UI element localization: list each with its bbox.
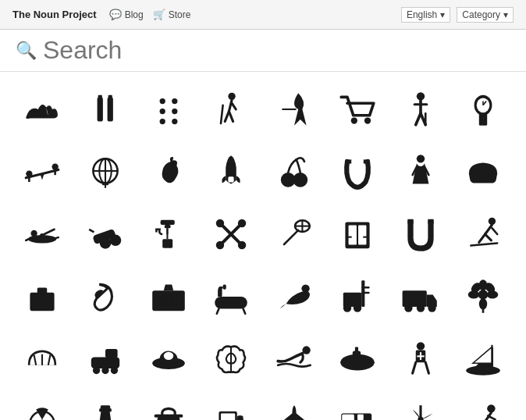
icon-parking-meter[interactable]	[453, 80, 513, 139]
language-dropdown[interactable]: English ▾	[401, 7, 450, 23]
svg-point-92	[176, 293, 180, 297]
category-dropdown[interactable]: Category ▾	[457, 7, 514, 23]
icon-shopping-cart[interactable]	[328, 80, 387, 139]
svg-line-13	[229, 112, 233, 122]
icon-flying-saucer[interactable]	[139, 329, 198, 389]
icon-scissors-cross[interactable]	[201, 205, 261, 264]
svg-line-58	[89, 230, 94, 233]
icon-sailboat[interactable]	[453, 329, 513, 389]
svg-rect-78	[363, 237, 368, 238]
svg-point-127	[163, 352, 172, 360]
icon-horseshoe[interactable]	[328, 142, 387, 201]
icon-medic-person[interactable]	[391, 329, 450, 389]
blog-icon: 💬	[109, 9, 122, 20]
icon-chili-pepper[interactable]	[139, 142, 198, 201]
icon-locker[interactable]	[328, 205, 387, 264]
search-input[interactable]	[43, 36, 510, 65]
svg-point-32	[26, 170, 32, 176]
svg-point-50	[30, 230, 37, 237]
svg-point-57	[99, 237, 111, 249]
store-link[interactable]: 🛒 Store	[153, 9, 191, 20]
icon-camera[interactable]	[139, 267, 198, 326]
icon-truck[interactable]	[391, 267, 450, 326]
icon-faucet-glass[interactable]	[139, 205, 198, 264]
icon-submarine[interactable]	[328, 329, 387, 389]
svg-rect-132	[355, 347, 358, 351]
svg-rect-87	[30, 293, 54, 311]
icon-swimmer[interactable]	[265, 329, 324, 389]
right-controls: English ▾ Category ▾	[401, 7, 514, 23]
svg-point-18	[364, 117, 371, 123]
search-bar: 🔍	[0, 30, 526, 72]
svg-point-104	[354, 304, 361, 311]
svg-line-70	[284, 230, 298, 244]
icon-cannon[interactable]	[76, 205, 135, 264]
svg-point-67	[238, 219, 246, 227]
svg-point-123	[101, 367, 108, 374]
store-icon: 🛒	[153, 9, 165, 20]
icon-caravan[interactable]	[328, 392, 387, 420]
svg-point-27	[477, 98, 490, 112]
icon-airplane-top[interactable]	[265, 392, 324, 420]
category-arrow: ▾	[503, 9, 508, 20]
icon-dots-grid[interactable]	[139, 80, 198, 139]
icon-radioactive[interactable]	[12, 392, 72, 420]
svg-line-84	[485, 234, 492, 240]
svg-point-66	[216, 219, 224, 227]
icon-archery[interactable]	[265, 80, 324, 139]
icon-lighthouse[interactable]	[76, 392, 135, 420]
icon-brain[interactable]	[201, 329, 261, 389]
svg-rect-0	[97, 97, 102, 121]
icon-bottles[interactable]	[76, 80, 135, 139]
svg-point-109	[478, 290, 488, 299]
icon-weight[interactable]	[12, 267, 72, 326]
category-label: Category	[462, 9, 500, 20]
svg-rect-131	[353, 351, 361, 363]
svg-rect-62	[162, 239, 172, 247]
icon-roller-skate[interactable]	[76, 329, 135, 389]
icon-person-dress[interactable]	[391, 142, 450, 201]
icon-rocket[interactable]	[201, 142, 261, 201]
icon-windmill[interactable]	[391, 392, 450, 420]
icon-bread-loaf[interactable]	[453, 142, 513, 201]
svg-line-85	[492, 228, 498, 234]
icon-basket[interactable]	[139, 392, 198, 420]
icon-safety-pin[interactable]	[76, 267, 135, 326]
blog-link[interactable]: 💬 Blog	[109, 9, 144, 20]
svg-rect-101	[361, 287, 369, 289]
icon-person-walking-cane[interactable]	[201, 80, 261, 139]
svg-point-56	[109, 235, 121, 247]
svg-rect-121	[105, 349, 118, 358]
svg-rect-146	[101, 405, 110, 409]
svg-point-161	[418, 417, 423, 420]
icon-badminton[interactable]	[265, 205, 324, 264]
icon-skier[interactable]	[453, 205, 513, 264]
logo[interactable]: The Noun Project	[12, 9, 97, 20]
svg-rect-150	[221, 414, 235, 420]
icon-person-falling[interactable]	[453, 392, 513, 420]
svg-point-106	[404, 304, 412, 311]
icon-rowing[interactable]	[12, 205, 72, 264]
svg-point-122	[93, 367, 100, 374]
svg-point-133	[416, 342, 424, 350]
icon-watermelon[interactable]	[12, 329, 72, 389]
svg-point-7	[172, 109, 177, 114]
svg-point-17	[350, 117, 357, 123]
icon-camel[interactable]	[12, 80, 72, 139]
svg-rect-59	[160, 220, 174, 225]
svg-line-53	[44, 230, 55, 234]
icon-forklift[interactable]	[328, 267, 387, 326]
icon-gas-pump[interactable]	[201, 392, 261, 420]
svg-point-69	[238, 241, 246, 249]
icon-magnet[interactable]	[391, 205, 450, 264]
icon-globe[interactable]	[76, 142, 135, 201]
icon-flower[interactable]	[453, 267, 513, 326]
header: The Noun Project 💬 Blog 🛒 Store English …	[0, 0, 526, 30]
icon-elderly-person[interactable]	[391, 80, 450, 139]
svg-point-43	[293, 173, 307, 187]
icon-person-lying[interactable]	[265, 267, 324, 326]
svg-rect-105	[402, 290, 426, 307]
icon-cherries[interactable]	[265, 142, 324, 201]
icon-bathtub[interactable]	[201, 267, 261, 326]
icon-seesaw[interactable]	[12, 142, 72, 201]
